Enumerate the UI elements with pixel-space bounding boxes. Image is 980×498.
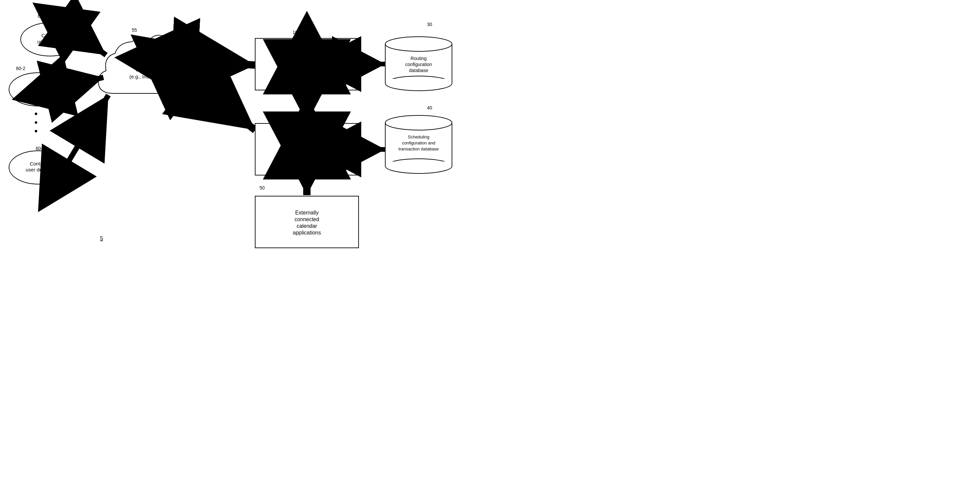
svg-text:30: 30	[427, 22, 432, 27]
svg-text:calendar: calendar	[296, 223, 317, 229]
svg-text:Externally: Externally	[295, 210, 318, 215]
svg-point-90	[385, 115, 452, 130]
svg-rect-92	[386, 161, 452, 166]
svg-text:Communication: Communication	[128, 60, 162, 66]
svg-text:60-1: 60-1	[38, 13, 47, 19]
svg-line-57	[80, 36, 106, 55]
svg-text:55: 55	[132, 27, 137, 33]
svg-text:50: 50	[259, 185, 265, 191]
svg-line-59	[68, 95, 108, 163]
svg-text:10: 10	[293, 30, 298, 35]
svg-text:Contact Routing: Contact Routing	[286, 58, 327, 64]
svg-text:Contact: Contact	[30, 83, 48, 88]
svg-text:20: 20	[313, 97, 319, 103]
svg-text:•: •	[34, 126, 38, 136]
svg-text:configuration: configuration	[405, 62, 432, 67]
svg-text:Routing: Routing	[410, 56, 426, 61]
svg-text:40: 40	[427, 105, 432, 110]
svg-line-58	[68, 77, 103, 86]
svg-text:Network: Network	[136, 67, 154, 73]
svg-text:5: 5	[100, 235, 103, 241]
svg-text:Contact: Contact	[30, 161, 48, 167]
svg-text:configuration and: configuration and	[402, 140, 435, 145]
full-diagram-svg: 60-1 Contact user device 60-2 Contact us…	[0, 0, 490, 249]
svg-line-60	[194, 62, 255, 65]
svg-point-81	[385, 37, 452, 51]
svg-text:60-N: 60-N	[36, 146, 46, 151]
svg-text:60-2: 60-2	[16, 66, 25, 71]
svg-text:user device: user device	[26, 89, 51, 94]
svg-text:Contact: Contact	[41, 33, 59, 38]
svg-line-61	[194, 83, 255, 130]
svg-text:Scheduling Controller: Scheduling Controller	[280, 149, 334, 156]
svg-text:applications: applications	[293, 230, 321, 235]
svg-text:Controller: Controller	[294, 65, 319, 72]
svg-rect-83	[386, 79, 452, 83]
svg-text:connected: connected	[294, 216, 319, 222]
svg-text:Appointment: Appointment	[291, 142, 323, 148]
svg-text:transaction database: transaction database	[399, 146, 439, 151]
main-canvas: 60-1 Contact user device 60-2 Contact us…	[0, 0, 490, 249]
svg-text:Scheduling: Scheduling	[408, 134, 429, 139]
svg-text:database: database	[409, 68, 428, 73]
svg-text:user device: user device	[26, 167, 51, 172]
svg-text:user device: user device	[37, 39, 63, 45]
svg-text:(e.g., Internet): (e.g., Internet)	[129, 74, 161, 80]
svg-rect-63	[255, 38, 359, 90]
